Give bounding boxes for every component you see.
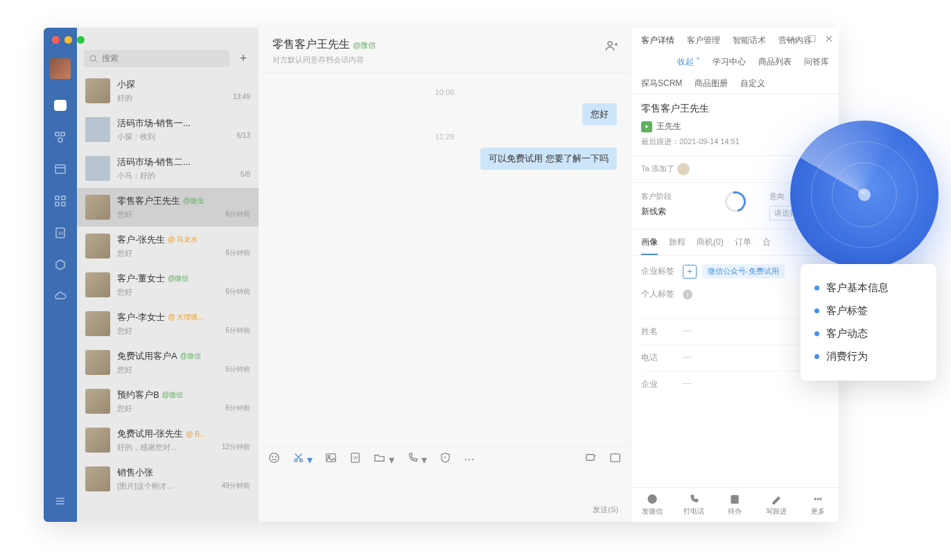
emoji-icon[interactable] <box>268 452 280 466</box>
svg-text:W: W <box>58 230 64 236</box>
stage-label: 客户阶段 <box>641 191 701 202</box>
detail-tab[interactable]: 客户详情 <box>641 35 674 46</box>
popup-item[interactable]: 消费行为 <box>814 345 923 368</box>
chat-area: 零售客户王先生@微信 对方默认同意存档会话内容 10:06 您好 11:29 可… <box>259 28 631 522</box>
added-by-label: Ta 添加了 <box>641 164 674 173</box>
maximize-icon: ☐ <box>808 33 817 44</box>
calendar-icon[interactable] <box>53 162 67 176</box>
chat-subtitle: 对方默认同意存档会话内容 <box>272 55 617 65</box>
detail-tab[interactable]: 商品图册 <box>695 78 728 89</box>
stage-value[interactable]: 新线索 <box>641 206 701 218</box>
message-list: 10:06 您好 11:29 可以免费试用 您要了解一下吗 <box>259 73 631 446</box>
search-input[interactable]: 搜索 <box>84 50 229 67</box>
detail-tab[interactable]: 问答库 <box>804 56 829 68</box>
conversation-item[interactable]: 活码市场-销售一...小探：收到6/13 <box>77 110 259 149</box>
hexagon-icon[interactable] <box>53 258 67 272</box>
detail-tab[interactable]: 商品列表 <box>758 56 792 68</box>
more-icon[interactable]: ⋯ <box>464 453 475 466</box>
client-name: 零售客户王先生 <box>641 103 829 115</box>
conversation-item[interactable]: 客户-张先生@ 马龙水您好6分钟前 <box>77 227 259 265</box>
action-待办[interactable]: 待办 <box>715 493 756 516</box>
timestamp: 11:29 <box>272 132 617 141</box>
list-icon[interactable] <box>609 452 621 466</box>
window-controls[interactable]: —☐✕ <box>789 33 833 44</box>
detail-tab[interactable]: 学习中心 <box>713 56 746 68</box>
image-icon[interactable] <box>325 452 337 466</box>
contacts-icon[interactable] <box>53 130 67 144</box>
company-tags-label: 企业标签 <box>641 265 677 277</box>
action-写跟进[interactable]: 写跟进 <box>756 493 797 516</box>
wechat-icon: ✦ <box>641 121 652 132</box>
added-by-avatar <box>677 163 690 175</box>
svg-point-22 <box>275 457 276 457</box>
popup-item[interactable]: 客户动态 <box>814 322 923 345</box>
conversation-item[interactable]: 零售客户王先生@微信您好6分钟前 <box>77 188 259 227</box>
action-打电话[interactable]: 打电话 <box>673 493 715 516</box>
svg-rect-0 <box>55 132 59 136</box>
detail-tab[interactable]: 探马SCRM <box>641 78 682 89</box>
svg-rect-3 <box>55 165 65 173</box>
last-follow: 最后跟进：2021-09-14 14:51 <box>641 137 829 147</box>
svg-point-23 <box>295 459 297 462</box>
message-input[interactable]: 发送(S) <box>259 472 631 522</box>
detail-subtab[interactable]: 订单 <box>735 236 751 255</box>
minimize-icon: — <box>789 33 799 44</box>
phone-icon[interactable]: ▾ <box>407 452 427 466</box>
chat-header: 零售客户王先生@微信 对方默认同意存档会话内容 <box>259 28 631 73</box>
info-icon[interactable]: i <box>683 290 692 299</box>
conversation-item[interactable]: 小探好的13:49 <box>77 71 259 110</box>
conversation-item[interactable]: 活码市场-销售二...小马：好的5/8 <box>77 149 259 188</box>
svg-point-39 <box>820 498 821 500</box>
shield-icon[interactable]: ¥ <box>439 452 451 466</box>
popup-item[interactable]: 客户标签 <box>814 299 923 322</box>
action-发微信[interactable]: 发微信 <box>631 493 673 516</box>
popup-menu: 客户基本信息客户标签客户动态消费行为 <box>801 264 936 380</box>
conversation-item[interactable]: 免费试用客户A@微信您好6分钟前 <box>77 343 259 382</box>
file-icon[interactable]: W <box>349 452 361 466</box>
conversation-item[interactable]: 销售小张[图片]这个刚才...49分钟前 <box>77 460 259 498</box>
tag-chip[interactable]: 微信公众号-免费试用 <box>702 264 785 279</box>
collapse-button[interactable]: 收起 ˄ <box>677 56 700 68</box>
cloud-icon[interactable] <box>53 290 67 304</box>
svg-rect-34 <box>611 454 620 462</box>
personal-tags-label: 个人标签 <box>641 288 677 300</box>
chat-title: 零售客户王先生 <box>272 38 350 50</box>
svg-point-38 <box>817 498 819 500</box>
send-button[interactable]: 发送(S) <box>593 505 618 515</box>
svg-rect-1 <box>61 132 64 136</box>
apps-icon[interactable] <box>53 194 67 208</box>
svg-point-21 <box>272 457 273 457</box>
conversation-item[interactable]: 客户-李女士@ 大理嗯...您好6分钟前 <box>77 304 259 343</box>
detail-subtab[interactable]: 旅程 <box>669 236 686 255</box>
popup-item[interactable]: 客户基本信息 <box>814 277 923 299</box>
detail-subtab[interactable]: 画像 <box>641 236 658 255</box>
my-avatar[interactable] <box>50 58 71 79</box>
docs-icon[interactable]: W <box>53 226 67 240</box>
svg-rect-8 <box>62 202 65 206</box>
folder-icon[interactable]: ▾ <box>374 452 394 466</box>
add-tag-button[interactable]: + <box>683 265 697 279</box>
scissors-icon[interactable]: ▾ <box>293 452 313 466</box>
svg-point-15 <box>90 55 96 61</box>
add-person-icon[interactable] <box>604 39 618 53</box>
screen-icon[interactable] <box>585 452 597 466</box>
message-bubble: 可以免费试用 您要了解一下吗 <box>480 148 617 170</box>
svg-rect-7 <box>55 202 59 206</box>
menu-icon[interactable] <box>53 494 67 508</box>
action-更多[interactable]: 更多 <box>797 493 839 516</box>
detail-tab[interactable]: 自定义 <box>740 78 765 89</box>
svg-rect-5 <box>55 196 59 200</box>
detail-tab[interactable]: 客户管理 <box>687 35 720 46</box>
conversation-item[interactable]: 免费试用-张先生@ B...好的，感谢您对...12分钟前 <box>77 421 259 460</box>
detail-subtab[interactable]: 合 <box>762 236 771 255</box>
conversation-item[interactable]: 预约客户B@微信您好6分钟前 <box>77 382 259 421</box>
close-icon: ✕ <box>825 33 833 44</box>
add-button[interactable]: + <box>235 51 252 67</box>
chat-icon[interactable] <box>53 98 67 112</box>
detail-tab[interactable]: 智能话术 <box>733 35 766 46</box>
svg-marker-11 <box>56 260 64 270</box>
detail-subtab[interactable]: 商机(0) <box>697 236 724 255</box>
svg-rect-27 <box>326 454 335 462</box>
conversation-item[interactable]: 客户-董女士@微信您好6分钟前 <box>77 265 259 304</box>
svg-line-16 <box>95 60 97 62</box>
